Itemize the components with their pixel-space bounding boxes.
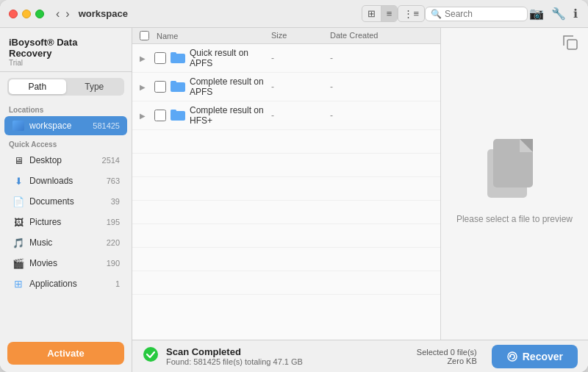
select-all-checkbox[interactable] bbox=[140, 31, 149, 40]
documents-label: Documents bbox=[29, 196, 111, 207]
file-date: - bbox=[330, 82, 433, 92]
downloads-count: 763 bbox=[107, 176, 120, 185]
sidebar-item-applications[interactable]: ⊞ Applications 1 bbox=[4, 274, 127, 293]
file-date: - bbox=[330, 110, 433, 121]
sidebar-item-music[interactable]: 🎵 Music 220 bbox=[4, 233, 127, 252]
svg-rect-5 bbox=[171, 110, 176, 112]
preview-panel: Please select a file to preview bbox=[441, 28, 588, 340]
main-window: ‹ › workspace ⊞ ≡ ⋮≡ 🔍 📷 🔧 ℹ iBoysoft® D… bbox=[0, 0, 588, 372]
empty-row bbox=[132, 201, 440, 224]
file-size: - bbox=[271, 53, 330, 63]
main-panel: Name Size Date Created ▶ Quick result on… bbox=[132, 28, 588, 372]
minimize-button[interactable] bbox=[22, 10, 31, 18]
nav-forward-button[interactable]: › bbox=[62, 6, 72, 22]
locations-section-label: Locations bbox=[0, 101, 132, 115]
file-size: - bbox=[271, 110, 330, 121]
file-name: Complete result on APFS bbox=[190, 76, 271, 97]
status-title: Scan Completed bbox=[166, 346, 409, 357]
row-checkbox[interactable] bbox=[154, 81, 166, 93]
tab-path[interactable]: Path bbox=[9, 79, 66, 94]
folder-icon bbox=[171, 108, 185, 123]
expand-icon[interactable]: ▶ bbox=[140, 112, 150, 120]
table-row: ▶ Complete result on APFS - - bbox=[132, 73, 440, 101]
file-name: Quick result on APFS bbox=[190, 48, 271, 68]
movies-label: Movies bbox=[29, 258, 107, 268]
search-icon: 🔍 bbox=[431, 9, 442, 19]
camera-button[interactable]: 📷 bbox=[528, 5, 545, 22]
preview-copy-button[interactable] bbox=[562, 34, 579, 54]
sidebar-item-workspace[interactable]: workspace 581425 bbox=[4, 116, 127, 135]
preview-icon-area bbox=[481, 143, 548, 202]
empty-row bbox=[132, 177, 440, 201]
close-button[interactable] bbox=[9, 10, 18, 18]
svg-rect-3 bbox=[171, 81, 176, 84]
empty-row bbox=[132, 154, 440, 177]
status-selected: Selected 0 file(s) Zero KB bbox=[417, 348, 477, 365]
activate-button[interactable]: Activate bbox=[7, 342, 124, 365]
size-column-header: Size bbox=[271, 31, 330, 40]
file-name: Complete result on HFS+ bbox=[190, 105, 271, 126]
documents-count: 39 bbox=[111, 197, 120, 206]
sidebar-item-movies[interactable]: 🎬 Movies 190 bbox=[4, 254, 127, 273]
app-name: iBoysoft® Data Recovery bbox=[9, 37, 123, 59]
desktop-label: Desktop bbox=[29, 155, 102, 165]
date-column-header: Date Created bbox=[330, 31, 433, 40]
expand-icon[interactable]: ▶ bbox=[140, 54, 150, 62]
download-icon: ⬇ bbox=[12, 174, 25, 187]
workspace-count: 581425 bbox=[93, 121, 120, 130]
sidebar-tabs: Path Type bbox=[7, 78, 124, 96]
traffic-lights bbox=[9, 10, 44, 18]
wand-button[interactable]: 🔧 bbox=[550, 5, 567, 22]
view-toggle: ⊞ ≡ bbox=[362, 5, 398, 22]
pictures-icon: 🖼 bbox=[12, 215, 25, 229]
svg-rect-12 bbox=[567, 40, 577, 49]
file-area: Name Size Date Created ▶ Quick result on… bbox=[132, 28, 588, 340]
file-size: - bbox=[271, 82, 330, 92]
file-preview-icon-front bbox=[492, 137, 543, 196]
pictures-count: 195 bbox=[107, 218, 120, 226]
movies-count: 190 bbox=[107, 259, 120, 268]
desktop-count: 2514 bbox=[102, 156, 120, 165]
content-area: iBoysoft® Data Recovery Trial Path Type … bbox=[0, 28, 588, 372]
music-count: 220 bbox=[107, 238, 120, 247]
pictures-label: Pictures bbox=[29, 217, 107, 227]
scan-complete-icon bbox=[143, 346, 159, 366]
empty-row bbox=[132, 130, 440, 154]
maximize-button[interactable] bbox=[35, 10, 44, 18]
svg-point-13 bbox=[143, 347, 158, 362]
nav-back-button[interactable]: ‹ bbox=[53, 6, 62, 22]
applications-label: Applications bbox=[29, 279, 115, 289]
recover-icon bbox=[506, 351, 518, 362]
path-label: workspace bbox=[79, 8, 128, 19]
status-text-block: Scan Completed Found: 581425 file(s) tot… bbox=[166, 346, 409, 366]
movies-icon: 🎬 bbox=[12, 257, 25, 270]
grid-view-button[interactable]: ⊞ bbox=[362, 6, 381, 21]
info-button[interactable]: ℹ bbox=[572, 5, 579, 22]
sidebar-item-downloads[interactable]: ⬇ Downloads 763 bbox=[4, 171, 127, 190]
table-row: ▶ Quick result on APFS - - bbox=[132, 44, 440, 73]
recover-button[interactable]: Recover bbox=[492, 345, 578, 368]
tab-type[interactable]: Type bbox=[66, 79, 123, 94]
music-icon: 🎵 bbox=[12, 236, 25, 249]
selected-size-label: Zero KB bbox=[417, 357, 477, 365]
row-checkbox[interactable] bbox=[154, 52, 166, 64]
file-list: Name Size Date Created ▶ Quick result on… bbox=[132, 28, 441, 340]
desktop-icon: 🖥 bbox=[12, 154, 25, 167]
sidebar-header: iBoysoft® Data Recovery Trial bbox=[0, 28, 132, 72]
filter-button[interactable]: ⋮≡ bbox=[398, 5, 425, 22]
table-row: ▶ Complete result on HFS+ - - bbox=[132, 101, 440, 130]
row-checkbox[interactable] bbox=[154, 110, 166, 121]
empty-row bbox=[132, 271, 440, 295]
empty-row bbox=[132, 248, 440, 271]
preview-label: Please select a file to preview bbox=[456, 214, 573, 224]
list-view-button[interactable]: ≡ bbox=[381, 6, 398, 21]
search-bar: 🔍 bbox=[425, 7, 528, 21]
apps-icon: ⊞ bbox=[12, 277, 25, 290]
statusbar: Scan Completed Found: 581425 file(s) tot… bbox=[132, 340, 588, 372]
sidebar-item-documents[interactable]: 📄 Documents 39 bbox=[4, 192, 127, 211]
sidebar-item-pictures[interactable]: 🖼 Pictures 195 bbox=[4, 212, 127, 232]
quick-access-label: Quick Access bbox=[0, 136, 132, 150]
search-input[interactable] bbox=[445, 9, 522, 19]
sidebar-item-desktop[interactable]: 🖥 Desktop 2514 bbox=[4, 151, 127, 170]
expand-icon[interactable]: ▶ bbox=[140, 83, 150, 91]
